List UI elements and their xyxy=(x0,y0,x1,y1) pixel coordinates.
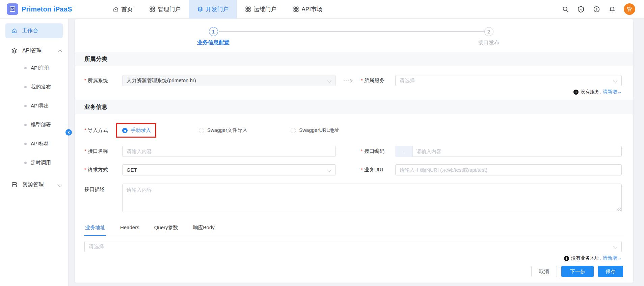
nav-item-ops-portal[interactable]: 运维门户 xyxy=(237,0,285,19)
service-field-label: 所属服务 xyxy=(361,77,395,84)
radio-label: Swagger文件导入 xyxy=(207,127,247,134)
tab-response-body[interactable]: 响应Body xyxy=(192,224,215,236)
api-code-label: 接口编码 xyxy=(361,148,395,154)
api-description-label: 接口描述 xyxy=(84,184,122,193)
radio-manual-entry[interactable]: 手动录入 xyxy=(122,127,151,134)
cancel-button[interactable]: 取消 xyxy=(531,266,557,277)
primary-nav: 首页 管理门户 开发门户 运维门户 API市场 xyxy=(105,0,330,19)
tab-query-params[interactable]: Query参数 xyxy=(154,224,179,236)
home-icon xyxy=(113,6,119,12)
layers-icon xyxy=(197,6,203,12)
step-business-info: 1 业务信息配置 xyxy=(176,27,250,46)
api-description-wrap xyxy=(122,184,622,212)
notifications-bell-icon[interactable] xyxy=(608,5,616,13)
step-api-publish: 2 接口发布 xyxy=(452,27,526,46)
database-icon xyxy=(11,182,18,188)
import-method-radio-group: 手动录入 Swagger文件导入 SwaggerURL地址 xyxy=(122,127,339,134)
save-button[interactable]: 保存 xyxy=(598,266,623,277)
sidebar-group-resource-management[interactable]: 资源管理 xyxy=(0,177,68,192)
system-select[interactable]: 人力资源管理系统(primeton.hr) xyxy=(122,75,336,86)
sidebar-item-api-register[interactable]: API注册 xyxy=(0,58,68,77)
section-title: 所属分类 xyxy=(84,55,107,63)
sidebar-item-api-tags[interactable]: API标签 xyxy=(0,134,68,153)
business-uri-label: 业务URI xyxy=(361,167,395,173)
search-icon[interactable] xyxy=(562,5,569,13)
nav-item-dev-portal[interactable]: 开发门户 xyxy=(189,0,237,19)
sidebar-item-my-publish[interactable]: 我的发布 xyxy=(0,77,68,96)
nav-item-api-market[interactable]: API市场 xyxy=(285,0,330,19)
next-step-button[interactable]: 下一步 xyxy=(561,266,594,277)
nav-item-label: 运维门户 xyxy=(254,5,277,13)
radio-swagger-url[interactable]: SwaggerURL地址 xyxy=(291,127,339,134)
sidebar-item-api-export[interactable]: API导出 xyxy=(0,96,68,115)
nav-item-label: 管理门户 xyxy=(158,5,181,13)
api-register-form-card: 1 业务信息配置 2 接口发布 所属分类 所属系统 人力资源管理系统(prime… xyxy=(75,19,633,283)
section-title: 业务信息 xyxy=(84,103,107,111)
user-avatar[interactable]: 管 xyxy=(624,3,635,15)
chevron-up-icon xyxy=(58,49,62,54)
radio-unselected-icon xyxy=(199,128,204,133)
home-icon xyxy=(11,28,17,34)
dashed-arrow-icon xyxy=(336,78,361,83)
system-select-value: 人力资源管理系统(primeton.hr) xyxy=(127,77,196,84)
grid-icon xyxy=(245,6,251,12)
step-number: 2 xyxy=(484,27,493,36)
step-label: 业务信息配置 xyxy=(176,39,250,46)
sidebar-item-scheduled-call[interactable]: 定时调用 xyxy=(0,153,68,172)
sidebar-group-label: 资源管理 xyxy=(22,181,44,188)
tab-business-address[interactable]: 业务地址 xyxy=(84,224,106,236)
info-icon: i xyxy=(564,256,569,261)
ai-assistant-icon[interactable]: AI xyxy=(577,5,585,13)
radio-swagger-file[interactable]: Swagger文件导入 xyxy=(199,127,247,134)
description-row: 接口描述 xyxy=(75,184,633,212)
add-address-link[interactable]: 请新增→ xyxy=(603,255,622,261)
sidebar-group-api-management[interactable]: API管理 xyxy=(0,43,68,58)
request-method-value: GET xyxy=(127,167,137,173)
chevron-down-icon xyxy=(613,78,617,83)
chevron-down-icon xyxy=(58,183,62,187)
business-address-select[interactable]: 请选择 xyxy=(84,241,622,252)
nav-item-admin-portal[interactable]: 管理门户 xyxy=(141,0,189,19)
help-icon[interactable]: ? xyxy=(593,5,600,13)
bullet-dot-icon xyxy=(24,143,27,145)
step-label: 接口发布 xyxy=(452,39,526,46)
radio-selected-icon xyxy=(122,128,128,133)
tab-headers[interactable]: Headers xyxy=(119,224,140,236)
no-address-note: i 没有业务地址,请新增→ xyxy=(75,255,633,261)
brand: P Primeton iPaaS xyxy=(0,3,81,15)
resize-grip-icon[interactable] xyxy=(617,208,621,211)
nav-item-label: 首页 xyxy=(122,5,133,13)
import-method-label: 导入方式 xyxy=(84,127,122,134)
request-method-select[interactable]: GET xyxy=(122,164,336,175)
sidebar-item-label: 定时调用 xyxy=(31,160,51,166)
sidebar-collapse-button[interactable] xyxy=(65,129,72,136)
note-text: 没有服务, xyxy=(581,89,601,95)
add-service-link[interactable]: 请新增→ xyxy=(603,89,622,95)
business-address-row: 请选择 xyxy=(75,241,633,252)
api-code-input[interactable] xyxy=(416,146,617,157)
api-name-input[interactable] xyxy=(127,146,331,157)
section-header-business-info: 业务信息 xyxy=(75,100,633,114)
note-text: 没有业务地址, xyxy=(571,255,601,261)
sidebar-item-workbench[interactable]: 工作台 xyxy=(5,23,63,38)
business-address-placeholder: 请选择 xyxy=(89,243,104,250)
api-description-textarea[interactable] xyxy=(122,184,622,212)
import-method-row: 导入方式 手动录入 Swagger文件导入 SwaggerURL地址 xyxy=(75,127,633,134)
sidebar-item-label: 模型部署 xyxy=(31,122,51,128)
grid-icon xyxy=(149,6,155,12)
svg-text:?: ? xyxy=(595,7,597,11)
service-select[interactable]: 请选择 xyxy=(395,75,622,86)
nav-item-home[interactable]: 首页 xyxy=(105,0,141,19)
stepper-connector-line xyxy=(219,31,484,32)
category-fields-row: 所属系统 人力资源管理系统(primeton.hr) 所属服务 请选择 xyxy=(75,75,633,86)
radio-label: 手动录入 xyxy=(131,127,151,134)
highlighted-option-wrap: 手动录入 xyxy=(122,127,151,134)
business-uri-input[interactable] xyxy=(400,165,617,175)
name-code-row: 接口名称 接口编码 . xyxy=(75,146,633,157)
method-uri-row: 请求方式 GET 业务URI xyxy=(75,164,633,175)
layers-icon xyxy=(11,48,18,54)
sidebar-item-label: 我的发布 xyxy=(31,84,51,90)
sidebar-item-model-deploy[interactable]: 模型部署 xyxy=(0,115,68,134)
detail-tabs: 业务地址 Headers Query参数 响应Body xyxy=(84,224,624,236)
no-service-note: i 没有服务,请新增→ xyxy=(75,89,633,95)
